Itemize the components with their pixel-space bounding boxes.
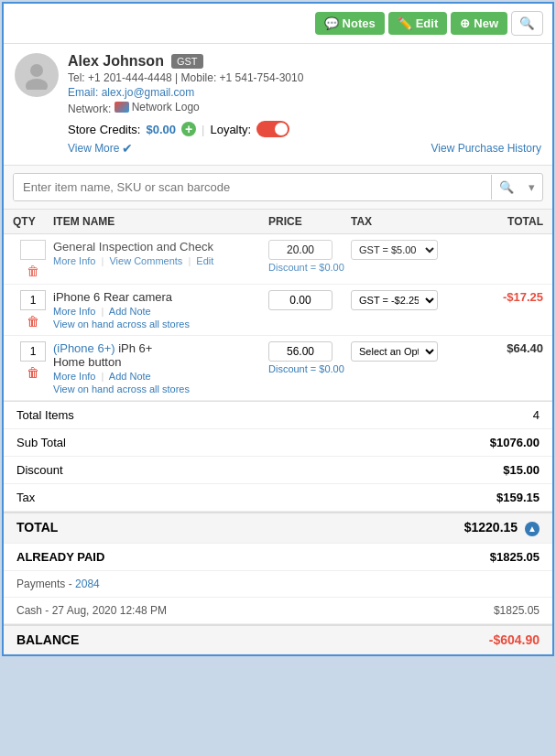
item-price-1: Discount = $0.00 bbox=[268, 240, 351, 273]
price-input-2[interactable] bbox=[268, 290, 333, 310]
svg-point-0 bbox=[30, 64, 43, 77]
view-on-hand-link-3[interactable]: View on hand across all stores bbox=[53, 383, 190, 394]
table-row: 1 🗑 (iPhone 6+) iPh 6+ Home button More … bbox=[4, 336, 552, 401]
add-credits-icon[interactable]: + bbox=[181, 122, 196, 136]
customer-network: Network: Network Logo bbox=[68, 101, 541, 115]
customer-links: View More ✔ View Purchase History bbox=[68, 141, 541, 156]
edit-link-1[interactable]: Edit bbox=[196, 255, 213, 266]
avatar bbox=[15, 53, 59, 97]
add-note-link-3[interactable]: Add Note bbox=[109, 371, 151, 382]
tax-row: Tax $159.15 bbox=[4, 484, 552, 512]
total-info-icon[interactable]: ▲ bbox=[525, 522, 540, 536]
add-note-link-2[interactable]: Add Note bbox=[109, 306, 151, 317]
view-purchase-history-link[interactable]: View Purchase History bbox=[431, 141, 542, 156]
total-items-row: Total Items 4 bbox=[4, 402, 552, 429]
items-list: 🗑 General Inspection and Check More Info… bbox=[4, 234, 552, 401]
items-table-header: QTY ITEM NAME PRICE TAX TOTAL bbox=[4, 210, 552, 234]
customer-contact: Tel: +1 201-444-4448 | Mobile: +1 541-75… bbox=[68, 71, 541, 84]
item-qty-1: 🗑 bbox=[13, 240, 53, 278]
discount-row: Discount $15.00 bbox=[4, 457, 552, 484]
totals-section: Total Items 4 Sub Total $1076.00 Discoun… bbox=[4, 402, 552, 654]
table-row: 1 🗑 iPhone 6 Rear camera More Info | Add… bbox=[4, 285, 552, 336]
checkmark-icon: ✔ bbox=[122, 141, 133, 156]
item-qty-3: 1 🗑 bbox=[13, 341, 53, 380]
search-input[interactable] bbox=[14, 174, 491, 200]
view-more-link[interactable]: View More ✔ bbox=[68, 141, 133, 156]
item-name-1: General Inspection and Check More Info |… bbox=[53, 240, 268, 266]
more-info-link-3[interactable]: More Info bbox=[53, 371, 95, 382]
tax-select-3[interactable]: Select an Opt... bbox=[351, 341, 438, 362]
tax-select-1[interactable]: GST = $5.00 bbox=[351, 240, 438, 260]
item-total-3: $64.40 bbox=[470, 341, 543, 355]
search-icon[interactable]: 🔍 bbox=[492, 175, 521, 200]
qty-input-2[interactable]: 1 bbox=[20, 290, 46, 310]
gst-badge: GST bbox=[171, 54, 203, 69]
view-on-hand-link-2[interactable]: View on hand across all stores bbox=[53, 319, 190, 329]
item-tax-3: Select an Opt... bbox=[351, 341, 470, 362]
table-row: 🗑 General Inspection and Check More Info… bbox=[4, 234, 552, 285]
item-qty-2: 1 🗑 bbox=[13, 290, 53, 329]
view-comments-link-1[interactable]: View Comments bbox=[109, 255, 182, 266]
qty-input-1[interactable] bbox=[20, 240, 46, 260]
item-price-2 bbox=[268, 290, 351, 310]
toolbar: 💬 Notes ✏️ Edit ⊕ New 🔍 bbox=[4, 4, 552, 44]
payments-row: Payments - 2084 bbox=[4, 571, 552, 598]
item-tax-2: GST = -$2.25 bbox=[351, 290, 470, 310]
svg-point-1 bbox=[26, 79, 48, 90]
customer-name: Alex Johnson bbox=[68, 53, 164, 70]
item-name-3: (iPhone 6+) iPh 6+ Home button More Info… bbox=[53, 341, 268, 394]
search-bar: 🔍 ▾ bbox=[13, 173, 543, 201]
item-name-2: iPhone 6 Rear camera More Info | Add Not… bbox=[53, 290, 268, 329]
customer-section: Alex Johnson GST Tel: +1 201-444-4448 | … bbox=[4, 44, 552, 166]
payment-detail-row: Cash - 27 Aug, 2020 12:48 PM $1825.05 bbox=[4, 598, 552, 624]
item-tax-1: GST = $5.00 bbox=[351, 240, 470, 260]
user-avatar-icon bbox=[22, 60, 51, 90]
items-section: 🗑 General Inspection and Check More Info… bbox=[4, 234, 552, 402]
more-info-link-2[interactable]: More Info bbox=[53, 306, 95, 317]
price-input-3[interactable] bbox=[268, 341, 333, 362]
edit-button[interactable]: ✏️ Edit bbox=[388, 12, 448, 35]
search-button[interactable]: 🔍 bbox=[511, 11, 543, 36]
delete-item-2-icon[interactable]: 🗑 bbox=[27, 314, 39, 329]
email-link[interactable]: alex.jo@gmail.com bbox=[102, 86, 195, 99]
more-info-link-1[interactable]: More Info bbox=[53, 255, 95, 266]
plus-icon: ⊕ bbox=[460, 16, 470, 30]
delete-item-1-icon[interactable]: 🗑 bbox=[27, 264, 39, 278]
tax-select-2[interactable]: GST = -$2.25 bbox=[351, 290, 438, 310]
customer-email: Email: alex.jo@gmail.com bbox=[68, 86, 541, 99]
already-paid-row: ALREADY PAID $1825.05 bbox=[4, 544, 552, 571]
delete-item-3-icon[interactable]: 🗑 bbox=[27, 365, 39, 380]
subtotal-row: Sub Total $1076.00 bbox=[4, 429, 552, 457]
dropdown-icon[interactable]: ▾ bbox=[521, 175, 542, 200]
edit-icon: ✏️ bbox=[398, 16, 412, 30]
notes-icon: 💬 bbox=[324, 16, 339, 30]
search-section: 🔍 ▾ bbox=[4, 166, 552, 210]
credits-row: Store Credits: $0.00 + | Loyalty: bbox=[68, 121, 541, 137]
search-icon: 🔍 bbox=[519, 16, 535, 30]
payments-link[interactable]: 2084 bbox=[75, 578, 100, 590]
item-total-2: -$17.25 bbox=[470, 290, 543, 304]
new-button[interactable]: ⊕ New bbox=[451, 12, 507, 35]
qty-input-3[interactable]: 1 bbox=[20, 341, 46, 362]
total-row: TOTAL $1220.15 ▲ bbox=[4, 512, 552, 544]
price-input-1[interactable] bbox=[268, 240, 333, 260]
loyalty-toggle[interactable] bbox=[256, 121, 289, 137]
balance-row: BALANCE -$604.90 bbox=[4, 624, 552, 654]
customer-info: Alex Johnson GST Tel: +1 201-444-4448 | … bbox=[68, 53, 541, 156]
item-price-3: Discount = $0.00 bbox=[268, 341, 351, 374]
network-logo-icon bbox=[114, 102, 129, 113]
notes-button[interactable]: 💬 Notes bbox=[315, 12, 385, 35]
store-credits-value: $0.00 bbox=[146, 123, 176, 136]
